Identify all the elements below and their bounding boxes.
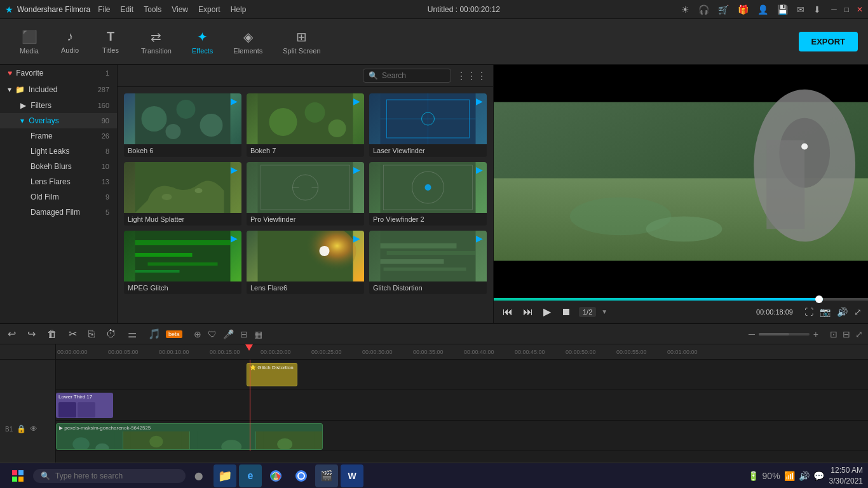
sidebar-item-included[interactable]: ▾ 📁 Included 287 bbox=[0, 81, 117, 98]
menu-export[interactable]: Export bbox=[198, 5, 220, 14]
export-button[interactable]: EXPORT bbox=[799, 32, 858, 51]
step-back-button[interactable]: ⏭ bbox=[520, 305, 536, 319]
mic-icon[interactable]: 🎤 bbox=[223, 329, 234, 339]
track1-eye[interactable]: 👁 bbox=[30, 424, 37, 433]
toolbar-effects[interactable]: ✦ Effects bbox=[183, 25, 222, 58]
collapse-icon[interactable]: ⊟ bbox=[843, 329, 850, 339]
menu-edit[interactable]: Edit bbox=[121, 5, 134, 14]
menu-help[interactable]: Help bbox=[231, 5, 247, 14]
fullscreen-icon[interactable]: ⛶ bbox=[804, 307, 813, 317]
toolbar-titles[interactable]: T Titles bbox=[92, 25, 130, 58]
fullwidth-icon[interactable]: ⤢ bbox=[855, 329, 863, 339]
clip-lower-third[interactable]: Lower Third 17 bbox=[56, 393, 113, 418]
effect-pro-viewfinder[interactable]: ▶ Pro Viewfinder bbox=[247, 162, 364, 226]
taskbar-search-input[interactable] bbox=[55, 471, 157, 480]
sidebar-item-frame[interactable]: Frame 26 bbox=[0, 128, 117, 144]
clip-video[interactable]: ▶ pexels-maksim-goncharenok-5642525 bbox=[56, 423, 323, 450]
effect-bokeh6[interactable]: ▶ Bokeh 6 bbox=[124, 93, 241, 157]
shield-icon[interactable]: 🛡 bbox=[208, 329, 217, 339]
toolbar-elements[interactable]: ◈ Elements bbox=[224, 25, 271, 58]
toolbar-media[interactable]: ⬛ Media bbox=[10, 25, 48, 58]
gift-icon[interactable]: 🎁 bbox=[738, 4, 749, 15]
sidebar-item-bokeh-blurs[interactable]: Bokeh Blurs 10 bbox=[0, 159, 117, 174]
sidebar-item-light-leaks[interactable]: Light Leaks 8 bbox=[0, 144, 117, 159]
sidebar-item-overlays[interactable]: ▾ Overlays 90 bbox=[0, 113, 117, 128]
menu-file[interactable]: File bbox=[98, 5, 110, 14]
zoom-slider[interactable] bbox=[759, 333, 810, 336]
undo-button[interactable]: ↩ bbox=[5, 327, 18, 341]
old-film-count: 9 bbox=[105, 193, 109, 201]
cart-icon[interactable]: 🛒 bbox=[718, 4, 729, 15]
ruler-label-55: 00:00:55:00 bbox=[616, 349, 647, 355]
svg-rect-27 bbox=[135, 240, 231, 245]
clip-glitch-distortion[interactable]: ⭐ Glitch Distortion ✕ bbox=[247, 363, 297, 387]
taskbar-app-explorer[interactable]: 📁 bbox=[214, 464, 236, 487]
toolbar-transition[interactable]: ⇄ Transition bbox=[132, 25, 180, 58]
preview-progress-bar[interactable] bbox=[494, 298, 868, 301]
snapshot-icon[interactable]: 📷 bbox=[820, 307, 831, 317]
delete-button[interactable]: 🗑 bbox=[44, 327, 60, 341]
search-input[interactable] bbox=[382, 71, 445, 80]
start-button[interactable] bbox=[5, 463, 31, 489]
adjust-button[interactable]: ⚌ bbox=[125, 327, 139, 341]
taskbar-app-chrome1[interactable] bbox=[264, 464, 287, 487]
split-view-icon[interactable]: ⊡ bbox=[830, 329, 837, 339]
audio-beat-button[interactable]: 🎵 bbox=[146, 327, 163, 341]
zoom-in-icon[interactable]: + bbox=[813, 329, 818, 339]
history-button[interactable]: ⏱ bbox=[104, 327, 119, 341]
minimize-button[interactable]: ─ bbox=[831, 5, 837, 14]
effect-pro-viewfinder-2[interactable]: ▶ Pro Viewfinder 2 bbox=[369, 162, 487, 226]
effect-light-mud-splatter[interactable]: ▶ Light Mud Splatter bbox=[124, 162, 241, 226]
toolbar-audio[interactable]: ♪ Audio bbox=[51, 25, 89, 58]
taskbar-app-word[interactable]: W bbox=[341, 464, 363, 487]
play-icon: ▶ bbox=[231, 165, 238, 175]
effect-laser-viewfinder[interactable]: ▶ Laser Viewfinder bbox=[369, 93, 487, 157]
redo-button[interactable]: ↪ bbox=[25, 327, 38, 341]
taskbar-app-chrome2[interactable] bbox=[290, 464, 313, 487]
effect-lens-flare6[interactable]: ▶ Lens Flare6 bbox=[247, 231, 364, 294]
sidebar-item-lens-flares[interactable]: Lens Flares 13 bbox=[0, 174, 117, 189]
sidebar-item-damaged-film[interactable]: Damaged Film 5 bbox=[0, 205, 117, 220]
playback-rate[interactable]: 1/2 bbox=[579, 307, 596, 317]
volume-icon[interactable]: 🔊 bbox=[837, 307, 848, 317]
light-leaks-label: Light Leaks bbox=[31, 147, 69, 156]
close-button[interactable]: ✕ bbox=[857, 5, 863, 14]
sun-icon[interactable]: ☀ bbox=[681, 4, 689, 15]
menu-tools[interactable]: Tools bbox=[144, 5, 161, 14]
track1-lock[interactable]: 🔒 bbox=[17, 424, 26, 433]
headphone-icon[interactable]: 🎧 bbox=[698, 4, 709, 15]
maximize-button[interactable]: □ bbox=[844, 5, 849, 14]
subtitle-icon[interactable]: ⊟ bbox=[240, 329, 248, 339]
profile-icon[interactable]: 👤 bbox=[757, 4, 768, 15]
play-button[interactable]: ▶ bbox=[541, 304, 553, 319]
toolbar-split-screen[interactable]: ⊞ Split Screen bbox=[274, 25, 329, 58]
taskbar-app-edge[interactable]: e bbox=[239, 464, 262, 487]
menu-view[interactable]: View bbox=[172, 5, 188, 14]
taskbar-search-box[interactable]: 🔍 bbox=[33, 469, 186, 483]
cut-button[interactable]: ✂ bbox=[66, 327, 79, 341]
ripple-icon[interactable]: ⊕ bbox=[194, 329, 201, 339]
sidebar-item-filters[interactable]: ▶ Filters 160 bbox=[0, 98, 117, 113]
notification-icon[interactable]: 💬 bbox=[813, 471, 824, 481]
effect-thumb-laser: ▶ bbox=[369, 93, 487, 144]
cortana-button[interactable]: ⬤ bbox=[188, 466, 208, 486]
mosaic-icon[interactable]: ▦ bbox=[254, 329, 262, 339]
mail-icon[interactable]: ✉ bbox=[797, 4, 804, 15]
effect-glitch-distortion[interactable]: ▶ Glitch Distortion bbox=[369, 231, 487, 294]
grid-toggle-icon[interactable]: ⋮⋮⋮ bbox=[456, 70, 487, 82]
sidebar-item-favorite[interactable]: ♥ Favorite 1 bbox=[0, 65, 117, 81]
copy-button[interactable]: ⎘ bbox=[86, 327, 97, 341]
effect-bokeh7[interactable]: ▶ Bokeh 7 bbox=[247, 93, 364, 157]
video-clip-label: ▶ pexels-maksim-goncharenok-5642525 bbox=[59, 425, 151, 431]
stop-button[interactable]: ⏹ bbox=[559, 305, 574, 319]
expand-icon[interactable]: ⤢ bbox=[854, 307, 862, 317]
search-box[interactable]: 🔍 bbox=[363, 69, 451, 83]
taskbar-app-filmora[interactable]: 🎬 bbox=[315, 464, 338, 487]
save-icon[interactable]: 💾 bbox=[777, 4, 788, 15]
zoom-out-icon[interactable]: ─ bbox=[749, 329, 755, 339]
svg-point-16 bbox=[195, 188, 203, 193]
effect-mpeg-glitch[interactable]: ▶ MPEG Glitch bbox=[124, 231, 241, 294]
sidebar-item-old-film[interactable]: Old Film 9 bbox=[0, 189, 117, 205]
rewind-button[interactable]: ⏮ bbox=[500, 305, 515, 319]
download-icon[interactable]: ⬇ bbox=[813, 4, 821, 15]
